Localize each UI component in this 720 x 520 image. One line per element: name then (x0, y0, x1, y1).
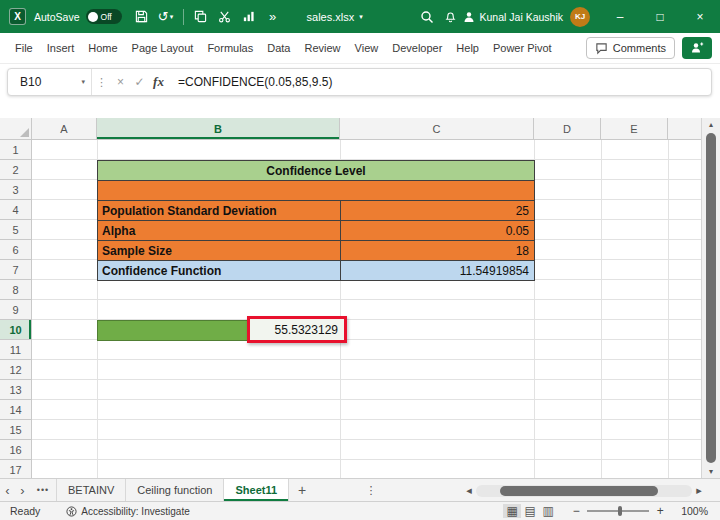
formula-options-icon[interactable]: ⋮ (92, 76, 111, 89)
ribbon-tab-developer[interactable]: Developer (385, 33, 449, 63)
zoom-slider[interactable]: − + (569, 504, 667, 518)
table-label-cell[interactable]: Sample Size (97, 240, 341, 261)
cancel-entry-icon[interactable]: × (111, 75, 130, 89)
comments-button[interactable]: Comments (586, 37, 675, 59)
document-title[interactable]: sales.xlsx ▾ (307, 11, 363, 23)
sheet-tab-sheet11[interactable]: Sheet11 (224, 479, 289, 501)
table-label-cell[interactable]: Confidence Function (97, 260, 341, 281)
horizontal-scrollbar-track[interactable] (476, 485, 692, 497)
scroll-up-icon[interactable]: ▴ (702, 118, 720, 131)
ribbon-tab-insert[interactable]: Insert (40, 33, 82, 63)
ribbon-tab-view[interactable]: View (348, 33, 386, 63)
table-value-cell[interactable]: 18 (340, 240, 535, 261)
zoom-track[interactable] (587, 510, 649, 512)
ribbon-tab-review[interactable]: Review (297, 33, 347, 63)
tabbar-options-icon[interactable]: ⋮ (361, 484, 381, 497)
table-value-cell[interactable]: 25 (340, 200, 535, 221)
ribbon-tab-file[interactable]: File (8, 33, 40, 63)
row-header-14[interactable]: 14 (0, 400, 32, 420)
row-header-6[interactable]: 6 (0, 240, 32, 260)
ribbon-tab-help[interactable]: Help (449, 33, 486, 63)
column-header-b[interactable]: B (97, 118, 340, 140)
sheet-tab-betainv[interactable]: BETAINV (57, 479, 126, 501)
cells-area[interactable]: Confidence LevelPopulation Standard Devi… (32, 140, 701, 478)
page-break-view-icon[interactable]: ▥ (539, 504, 557, 518)
excel-app-icon[interactable]: X (9, 8, 26, 25)
zoom-out-icon[interactable]: − (569, 504, 583, 518)
scroll-down-icon[interactable]: ▾ (702, 465, 720, 478)
autosave-state: Off (101, 12, 112, 22)
zoom-in-icon[interactable]: + (653, 504, 667, 518)
row-header-13[interactable]: 13 (0, 380, 32, 400)
column-header-a[interactable]: A (32, 118, 97, 140)
copy-icon[interactable] (191, 6, 211, 28)
table-value-cell[interactable]: 11.54919854 (340, 260, 535, 281)
row-header-8[interactable]: 8 (0, 280, 32, 300)
name-box-dropdown-icon[interactable]: ▾ (81, 78, 85, 86)
formula-input[interactable]: =CONFIDENCE(0.05,85,9.5) (178, 75, 332, 89)
ribbon-tab-power-pivot[interactable]: Power Pivot (486, 33, 559, 63)
normal-view-icon[interactable]: ▦ (503, 504, 521, 518)
zoom-thumb[interactable] (618, 506, 622, 516)
scroll-right-icon[interactable]: ▸ (692, 484, 706, 497)
avatar[interactable]: KJ (570, 7, 590, 27)
horizontal-scrollbar-thumb[interactable] (500, 486, 658, 496)
maximize-button[interactable]: □ (640, 0, 680, 33)
row-header-16[interactable]: 16 (0, 440, 32, 460)
table-title-cell[interactable]: Confidence Level (97, 160, 535, 181)
accessibility-status[interactable]: Accessibility: Investigate (66, 506, 189, 517)
minimize-button[interactable]: – (600, 0, 640, 33)
horizontal-scrollbar[interactable]: ◂ ▸ (462, 484, 706, 497)
confirm-entry-icon[interactable]: ✓ (130, 75, 149, 89)
row-header-11[interactable]: 11 (0, 340, 32, 360)
sheet-tabs-overflow-icon[interactable]: ••• (30, 485, 56, 495)
table-value-cell[interactable]: 0.05 (340, 220, 535, 241)
row-header-9[interactable]: 9 (0, 300, 32, 320)
chart-icon[interactable] (239, 6, 259, 28)
ribbon-tab-formulas[interactable]: Formulas (200, 33, 260, 63)
ribbon-tab-home[interactable]: Home (81, 33, 124, 63)
sheet-nav-right-icon[interactable]: › (15, 483, 30, 498)
column-header-c[interactable]: C (340, 118, 534, 140)
autosave-toggle[interactable]: Off (86, 9, 122, 24)
close-button[interactable]: × (680, 0, 720, 33)
new-sheet-button[interactable]: + (289, 482, 315, 498)
cut-icon[interactable] (215, 6, 235, 28)
column-header-e[interactable]: E (601, 118, 668, 140)
row-header-17[interactable]: 17 (0, 460, 32, 480)
table-blank-row[interactable] (97, 180, 535, 201)
ribbon-tab-page-layout[interactable]: Page Layout (125, 33, 201, 63)
save-icon[interactable] (132, 6, 152, 28)
row-header-2[interactable]: 2 (0, 160, 32, 180)
vertical-scrollbar-thumb[interactable] (706, 133, 716, 463)
page-layout-view-icon[interactable]: ▤ (521, 504, 539, 518)
insert-function-icon[interactable]: fx (149, 74, 168, 90)
search-icon[interactable] (417, 6, 437, 28)
notifications-bell-icon[interactable] (441, 6, 461, 28)
comment-bubble-icon (595, 42, 608, 55)
ribbon-tab-data[interactable]: Data (260, 33, 297, 63)
row-header-3[interactable]: 3 (0, 180, 32, 200)
sheet-tab-ceiling-function[interactable]: Ceiling function (126, 479, 224, 501)
row-header-4[interactable]: 4 (0, 200, 32, 220)
scroll-left-icon[interactable]: ◂ (462, 484, 476, 497)
row-header-7[interactable]: 7 (0, 260, 32, 280)
zoom-level[interactable]: 100% (681, 505, 708, 517)
account-menu[interactable]: Kunal Jai Kaushik KJ (463, 7, 590, 27)
row-header-15[interactable]: 15 (0, 420, 32, 440)
row-header-10[interactable]: 10 (0, 320, 32, 340)
table-label-cell[interactable]: Alpha (97, 220, 341, 241)
person-icon (463, 11, 475, 23)
row-header-5[interactable]: 5 (0, 220, 32, 240)
row-header-1[interactable]: 1 (0, 140, 32, 160)
sheet-nav-left-icon[interactable]: ‹ (0, 483, 15, 498)
more-commands-icon[interactable]: » (263, 6, 283, 28)
column-header-d[interactable]: D (534, 118, 601, 140)
name-box[interactable]: B10 ▾ (8, 69, 92, 95)
table-label-cell[interactable]: Population Standard Deviation (97, 200, 341, 221)
select-all-corner[interactable] (0, 118, 32, 140)
undo-icon[interactable]: ↺▾ (156, 6, 176, 28)
share-button[interactable] (682, 37, 712, 59)
row-header-12[interactable]: 12 (0, 360, 32, 380)
vertical-scrollbar[interactable]: ▴ ▾ (701, 118, 720, 478)
